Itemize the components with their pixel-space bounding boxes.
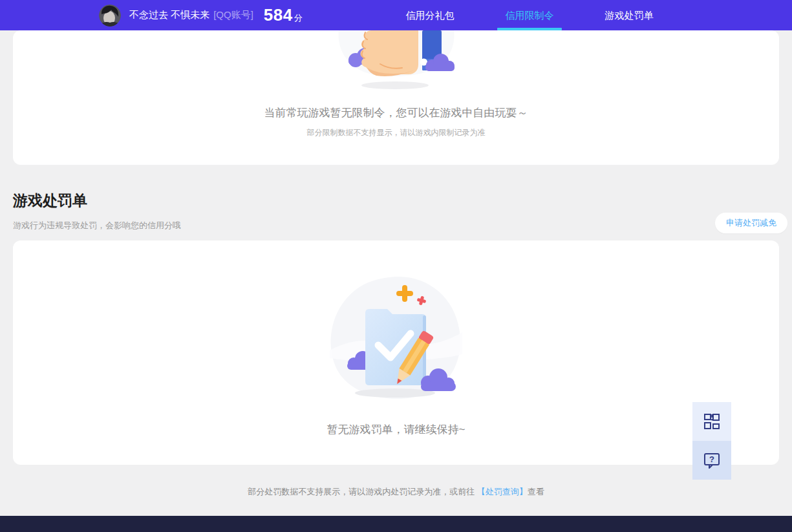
active-tab-underline bbox=[497, 28, 562, 30]
qr-code-button[interactable] bbox=[692, 402, 731, 441]
user-info: 不念过去 不惧未来 [QQ账号] 584 分 bbox=[99, 0, 303, 30]
floating-widget: ? bbox=[692, 402, 731, 480]
tab-game-punishment[interactable]: 游戏处罚单 bbox=[581, 0, 678, 30]
tab-credit-gift[interactable]: 信用分礼包 bbox=[381, 0, 478, 30]
svg-text:?: ? bbox=[709, 454, 714, 464]
user-avatar bbox=[99, 5, 121, 27]
credit-score-unit: 分 bbox=[294, 12, 303, 24]
avatar-photo bbox=[99, 5, 121, 27]
tab-credit-restriction[interactable]: 信用限制令 bbox=[481, 0, 578, 30]
punishment-section-subtitle: 游戏行为违规导致处罚，会影响您的信用分哦 bbox=[13, 220, 181, 231]
qr-code-icon bbox=[703, 413, 720, 430]
top-navbar: 不念过去 不惧未来 [QQ账号] 584 分 信用分礼包 信用限制令 游戏处罚单 bbox=[0, 0, 792, 30]
help-button[interactable]: ? bbox=[692, 441, 731, 480]
credit-score-value: 584 bbox=[264, 5, 293, 25]
punishment-section-title: 游戏处罚单 bbox=[13, 191, 87, 211]
clipboard-illustration bbox=[319, 273, 474, 410]
user-nickname: 不念过去 不惧未来 bbox=[129, 9, 209, 21]
punishment-footer-note: 部分处罚数据不支持展示，请以游戏内处罚记录为准，或前往 【处罚查询】查看 bbox=[0, 486, 792, 498]
restriction-card: 当前常玩游戏暂无限制令，您可以在游戏中自由玩耍～ 部分限制数据不支持显示，请以游… bbox=[13, 30, 779, 165]
restriction-empty-title: 当前常玩游戏暂无限制令，您可以在游戏中自由玩耍～ bbox=[264, 105, 528, 120]
footer-note-prefix: 部分处罚数据不支持展示，请以游戏内处罚记录为准，或前往 bbox=[248, 487, 477, 496]
credit-score: 584 分 bbox=[264, 5, 303, 25]
punishment-query-link[interactable]: 【处罚查询】 bbox=[477, 487, 528, 496]
punishment-card: 暂无游戏罚单，请继续保持~ bbox=[13, 240, 779, 465]
apply-punishment-relief-button[interactable]: 申请处罚减免 bbox=[715, 213, 787, 233]
punishment-empty-text: 暂无游戏罚单，请继续保持~ bbox=[327, 422, 466, 437]
help-bubble-icon: ? bbox=[703, 451, 721, 469]
footer-note-suffix: 查看 bbox=[528, 487, 544, 496]
account-type-label: [QQ账号] bbox=[213, 9, 253, 21]
restriction-empty-note: 部分限制数据不支持显示，请以游戏内限制记录为准 bbox=[307, 127, 486, 138]
fist-illustration bbox=[328, 30, 464, 90]
page-footer-bar bbox=[0, 516, 792, 532]
